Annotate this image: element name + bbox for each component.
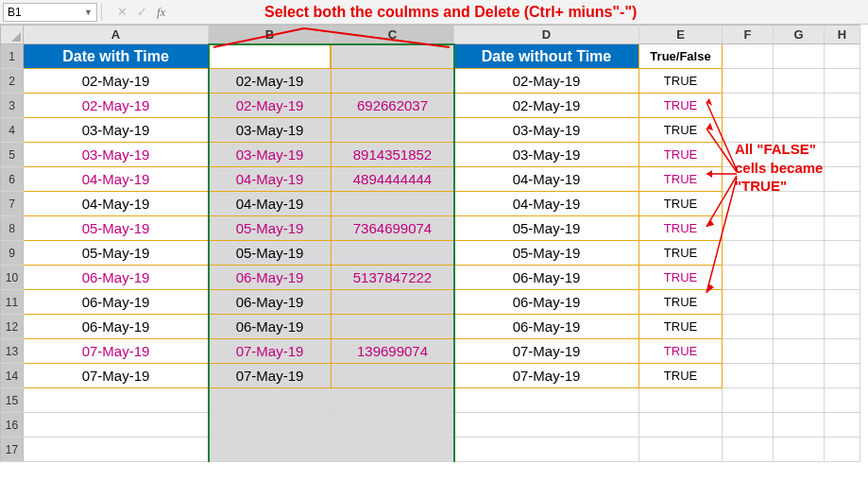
row-head[interactable]: 3 — [1, 94, 24, 118]
cell[interactable] — [332, 118, 454, 143]
row-head[interactable]: 4 — [1, 118, 24, 143]
cell[interactable] — [774, 241, 825, 266]
cell[interactable]: 02-May-19 — [24, 94, 209, 118]
row-head[interactable]: 17 — [1, 438, 24, 462]
cell[interactable] — [332, 315, 454, 339]
cell[interactable]: 04-May-19 — [209, 192, 332, 216]
cell[interactable] — [774, 94, 825, 118]
cell[interactable] — [723, 339, 774, 364]
cell[interactable] — [774, 216, 825, 241]
row-head[interactable]: 10 — [1, 266, 24, 290]
cell[interactable] — [825, 241, 860, 266]
col-head-f[interactable]: F — [723, 26, 774, 44]
cell[interactable] — [723, 388, 774, 413]
cell[interactable]: TRUE — [639, 69, 723, 94]
cell[interactable] — [332, 290, 454, 315]
cell[interactable] — [774, 44, 825, 69]
col-head-h[interactable]: H — [825, 26, 860, 44]
row-head[interactable]: 6 — [1, 167, 24, 192]
cell[interactable]: 05-May-19 — [209, 216, 332, 241]
cell[interactable] — [825, 216, 860, 241]
cell[interactable]: 02-May-19 — [24, 69, 209, 94]
cell[interactable] — [825, 388, 860, 413]
col-head-d[interactable]: D — [454, 26, 639, 44]
cell[interactable]: 04-May-19 — [454, 167, 639, 192]
cell[interactable]: TRUE — [639, 339, 723, 364]
cell[interactable] — [332, 388, 454, 413]
cell[interactable]: 05-May-19 — [209, 241, 332, 266]
cell[interactable]: 8914351852 — [332, 143, 454, 167]
cell[interactable]: 03-May-19 — [24, 143, 209, 167]
cell[interactable]: 07-May-19 — [209, 339, 332, 364]
row-head[interactable]: 16 — [1, 413, 24, 438]
cell[interactable]: 5137847222 — [332, 266, 454, 290]
cell[interactable]: 7364699074 — [332, 216, 454, 241]
cell[interactable] — [774, 118, 825, 143]
cell[interactable]: 04-May-19 — [209, 167, 332, 192]
cell[interactable] — [825, 118, 860, 143]
cell[interactable]: 06-May-19 — [209, 315, 332, 339]
cell[interactable] — [24, 388, 209, 413]
select-all-corner[interactable] — [1, 26, 24, 44]
cell[interactable]: 03-May-19 — [209, 118, 332, 143]
row-head[interactable]: 15 — [1, 388, 24, 413]
cell[interactable]: 06-May-19 — [454, 266, 639, 290]
cell[interactable]: 04-May-19 — [24, 167, 209, 192]
cell[interactable] — [774, 364, 825, 388]
cell[interactable]: 07-May-19 — [24, 364, 209, 388]
cell[interactable] — [454, 413, 639, 438]
cell[interactable] — [454, 438, 639, 462]
row-head[interactable]: 2 — [1, 69, 24, 94]
cell[interactable] — [825, 364, 860, 388]
cell[interactable] — [825, 315, 860, 339]
cell[interactable] — [209, 438, 332, 462]
cell[interactable] — [723, 69, 774, 94]
cell[interactable] — [24, 413, 209, 438]
cell[interactable] — [24, 438, 209, 462]
cell[interactable] — [825, 266, 860, 290]
cell[interactable] — [825, 339, 860, 364]
cell[interactable] — [774, 438, 825, 462]
cell[interactable] — [774, 266, 825, 290]
cell[interactable] — [723, 413, 774, 438]
cell[interactable] — [825, 438, 860, 462]
col-head-a[interactable]: A — [24, 26, 209, 44]
cell[interactable] — [825, 290, 860, 315]
col-head-g[interactable]: G — [774, 26, 825, 44]
cell[interactable]: 02-May-19 — [209, 94, 332, 118]
fx-icon[interactable]: fx — [157, 5, 165, 20]
row-head[interactable]: 11 — [1, 290, 24, 315]
cell[interactable]: 06-May-19 — [454, 315, 639, 339]
cell[interactable]: 07-May-19 — [209, 364, 332, 388]
cell[interactable]: True/False — [639, 44, 723, 69]
cell[interactable]: Date with Time — [24, 44, 209, 69]
cell[interactable]: 06-May-19 — [24, 266, 209, 290]
cell[interactable] — [825, 143, 860, 167]
cell[interactable]: 04-May-19 — [24, 192, 209, 216]
cell[interactable]: 02-May-19 — [454, 69, 639, 94]
cell[interactable]: 07-May-19 — [454, 339, 639, 364]
confirm-icon[interactable]: ✓ — [137, 5, 147, 19]
chevron-down-icon[interactable]: ▼ — [84, 8, 93, 17]
cell[interactable] — [774, 388, 825, 413]
cell[interactable]: 06-May-19 — [454, 290, 639, 315]
cell[interactable] — [209, 388, 332, 413]
cell[interactable]: 07-May-19 — [454, 364, 639, 388]
cell[interactable]: 03-May-19 — [24, 118, 209, 143]
cell[interactable]: 02-May-19 — [454, 94, 639, 118]
cell[interactable] — [825, 413, 860, 438]
cell[interactable]: 05-May-19 — [24, 241, 209, 266]
cell[interactable]: 05-May-19 — [24, 216, 209, 241]
cell[interactable]: 05-May-19 — [454, 216, 639, 241]
cell[interactable]: TRUE — [639, 364, 723, 388]
cell[interactable]: 02-May-19 — [209, 69, 332, 94]
cell[interactable] — [825, 44, 860, 69]
cell[interactable] — [825, 69, 860, 94]
cell[interactable]: Date without Time — [454, 44, 639, 69]
cell[interactable]: 03-May-19 — [454, 118, 639, 143]
cell[interactable]: 06-May-19 — [209, 290, 332, 315]
name-box[interactable]: B1 ▼ — [3, 3, 97, 22]
cell[interactable] — [332, 192, 454, 216]
cell[interactable] — [723, 44, 774, 69]
cell[interactable] — [774, 69, 825, 94]
